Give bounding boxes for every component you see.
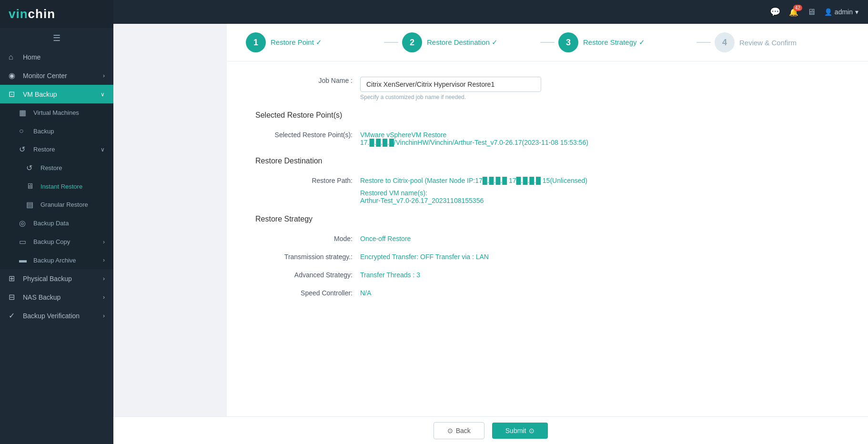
- brand-logo: vinchin: [0, 0, 113, 28]
- back-icon: ⊙: [447, 427, 453, 434]
- backup-archive-icon: ▬: [19, 256, 29, 264]
- backup-icon: ○: [19, 127, 29, 135]
- sidebar-item-backup-copy[interactable]: ▭ Backup Copy ›: [0, 232, 113, 251]
- sidebar-item-restore-sub[interactable]: ↺ Restore: [0, 159, 113, 177]
- sidebar-item-vm-backup[interactable]: ⊡ VM Backup ∨: [0, 85, 113, 103]
- sidebar-monitor-label: Monitor Center: [23, 72, 67, 80]
- restore-sub-icon: ↺: [26, 163, 36, 172]
- step-circle-1: 1: [246, 32, 266, 52]
- step-label-restore-destination: Restore Destination ✓: [427, 38, 498, 47]
- hamburger-icon: ☰: [53, 33, 61, 43]
- sidebar-item-restore[interactable]: ↺ Restore ∨: [0, 140, 113, 159]
- section-title-restore-destination: Restore Destination: [255, 157, 839, 167]
- chevron-right-icon4: ›: [103, 257, 105, 263]
- sidebar-item-backup-archive[interactable]: ▬ Backup Archive ›: [0, 251, 113, 269]
- restored-vm-block: Restored VM name(s): Arthur-Test_v7.0-26…: [360, 189, 839, 204]
- sidebar-granular-restore-label: Granular Restore: [40, 201, 88, 208]
- form-body: Job Name : Specify a customized job name…: [227, 61, 868, 349]
- notifications-button[interactable]: 🔔 42: [789, 8, 798, 17]
- transmission-row: Transmission strategy.: Encrypted Transf…: [255, 249, 839, 261]
- monitor-icon: ◉: [9, 71, 18, 80]
- main-content: 1 Restore Point ✓ 2 Restore Destination …: [227, 24, 868, 444]
- speed-value: N/A: [360, 285, 839, 297]
- step-number-4: 4: [722, 38, 727, 48]
- restore-path-value: Restore to Citrix-pool (Master Node IP:1…: [360, 173, 839, 204]
- sidebar-item-backup-verification[interactable]: ✓ Backup Verification ›: [0, 306, 113, 325]
- home-icon: ⌂: [9, 53, 18, 61]
- speed-label: Speed Controller:: [255, 285, 360, 297]
- sidebar-restore-sub-label: Restore: [40, 164, 62, 172]
- user-icon: 👤: [824, 8, 832, 16]
- step-number-2: 2: [410, 38, 414, 48]
- restore-points-value2: 17.█.█.█.█/VinchinHW/Vinchin/Arthur-Test…: [360, 139, 839, 146]
- restore-points-row: Selected Restore Point(s): VMware vSpher…: [255, 127, 839, 146]
- sidebar-backup-verification-label: Backup Verification: [23, 312, 80, 320]
- sidebar-home-label: Home: [23, 53, 40, 61]
- transmission-label: Transmission strategy.:: [255, 249, 360, 261]
- physical-backup-icon: ⊞: [9, 274, 18, 283]
- step-separator-1: [384, 42, 398, 43]
- brand-chin: chin: [28, 7, 55, 21]
- sidebar-item-physical-backup[interactable]: ⊞ Physical Backup ›: [0, 269, 113, 288]
- wizard-steps: 1 Restore Point ✓ 2 Restore Destination …: [227, 24, 868, 61]
- step-label-restore-strategy: Restore Strategy ✓: [583, 38, 645, 47]
- chevron-right-icon6: ›: [103, 294, 105, 301]
- chevron-down-icon: ∨: [101, 91, 105, 98]
- sidebar-item-backup-data[interactable]: ◎ Backup Data: [0, 214, 113, 232]
- transmission-value: Encrypted Transfer: OFF Transfer via : L…: [360, 249, 839, 261]
- step-label-restore-point: Restore Point ✓: [271, 38, 322, 47]
- step-restore-point: 1 Restore Point ✓: [246, 32, 380, 52]
- notification-badge: 42: [793, 5, 802, 11]
- messages-icon[interactable]: 💬: [770, 7, 780, 17]
- user-label: admin: [835, 8, 853, 16]
- vm-backup-icon: ⊡: [9, 90, 18, 99]
- section-title-restore-points: Selected Restore Point(s): [255, 111, 839, 121]
- step-restore-strategy: 3 Restore Strategy ✓: [558, 32, 693, 52]
- display-icon[interactable]: 🖥: [807, 7, 816, 17]
- step-review-confirm: 4 Review & Confirm: [715, 32, 849, 52]
- back-button[interactable]: ⊙ Back: [434, 422, 484, 439]
- sidebar-item-monitor-center[interactable]: ◉ Monitor Center ›: [0, 66, 113, 85]
- submit-button[interactable]: Submit ⊙: [492, 423, 548, 439]
- nas-backup-icon: ⊟: [9, 293, 18, 302]
- vm-icon: ▦: [19, 108, 29, 117]
- step-separator-2: [540, 42, 555, 43]
- sidebar-item-backup[interactable]: ○ Backup: [0, 122, 113, 140]
- advanced-value: Transfer Threads : 3: [360, 267, 839, 279]
- sidebar-item-nas-backup[interactable]: ⊟ NAS Backup ›: [0, 288, 113, 306]
- sidebar-item-virtual-machines[interactable]: ▦ Virtual Machines: [0, 103, 113, 122]
- bottom-action-bar: ⊙ Back Submit ⊙: [113, 416, 868, 444]
- sidebar-nas-backup-label: NAS Backup: [23, 293, 61, 301]
- menu-toggle[interactable]: ☰: [0, 28, 113, 48]
- topbar: 💬 🔔 42 🖥 👤 admin ▾: [113, 0, 868, 24]
- restore-points-label: Selected Restore Point(s):: [255, 127, 360, 139]
- sidebar: vinchin ☰ ⌂ Home ◉ Monitor Center › ⊡ VM…: [0, 0, 113, 444]
- sidebar-restore-sub: ↺ Restore 🖥 Instant Restore ▤ Granular R…: [0, 159, 113, 214]
- sidebar-item-granular-restore[interactable]: ▤ Granular Restore: [0, 195, 113, 214]
- restore-points-value: VMware vSphereVM Restore 17.█.█.█.█/Vinc…: [360, 127, 839, 146]
- user-dropdown-icon: ▾: [855, 8, 858, 16]
- sidebar-backup-copy-label: Backup Copy: [33, 238, 70, 245]
- sidebar-restore-label: Restore: [33, 146, 55, 153]
- sidebar-sub-menu: ▦ Virtual Machines ○ Backup ↺ Restore ∨ …: [0, 103, 113, 269]
- step-restore-destination: 2 Restore Destination ✓: [402, 32, 536, 52]
- user-menu[interactable]: 👤 admin ▾: [824, 8, 858, 16]
- step-number-1: 1: [253, 38, 258, 48]
- sidebar-backup-data-label: Backup Data: [33, 220, 69, 227]
- section-title-restore-strategy: Restore Strategy: [255, 215, 839, 225]
- chevron-right-icon5: ›: [103, 275, 105, 282]
- chevron-right-icon3: ›: [103, 239, 105, 245]
- restore-points-value1: VMware vSphereVM Restore: [360, 131, 839, 139]
- step-circle-3: 3: [558, 32, 578, 52]
- step-separator-3: [696, 42, 711, 43]
- restore-path-label: Restore Path:: [255, 173, 360, 184]
- step-label-review-confirm: Review & Confirm: [739, 39, 797, 47]
- sidebar-item-instant-restore[interactable]: 🖥 Instant Restore: [0, 177, 113, 195]
- sidebar-item-home[interactable]: ⌂ Home: [0, 48, 113, 66]
- advanced-label: Advanced Strategy:: [255, 267, 360, 279]
- backup-verification-icon: ✓: [9, 311, 18, 320]
- job-name-input[interactable]: [360, 77, 541, 92]
- mode-label: Mode:: [255, 231, 360, 242]
- restore-icon: ↺: [19, 145, 29, 154]
- restored-vm-value: Arthur-Test_v7.0-26.17_20231108155356: [360, 197, 484, 204]
